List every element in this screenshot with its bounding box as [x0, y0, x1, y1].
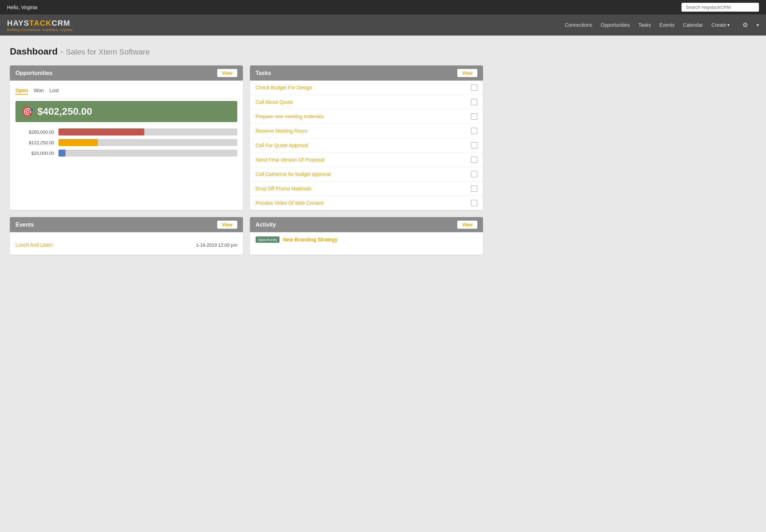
task-name[interactable]: Drop Off Promo Materials	[256, 186, 311, 191]
task-name[interactable]: Call About Quote	[256, 99, 293, 105]
opportunities-total-value: $402,250.00	[37, 106, 92, 117]
events-view-btn[interactable]: View	[217, 221, 237, 229]
nav-events[interactable]: Events	[659, 21, 674, 29]
top-bar: Hello, Virginia	[0, 0, 766, 14]
logo-subtitle: Building Connections. Anywhere, Anytime.	[7, 28, 74, 32]
opp-bar-track-2	[58, 139, 237, 146]
search-container	[682, 3, 759, 12]
task-row: Check Budget For Design	[250, 81, 483, 95]
task-name[interactable]: Call For Quote Approval	[256, 142, 308, 148]
logo-hay: HAYS	[7, 19, 29, 27]
task-name[interactable]: Call Catherine for budget approval	[256, 171, 331, 177]
event-name[interactable]: Lunch And Learn	[15, 242, 53, 248]
page-title-main: Dashboard	[10, 46, 58, 57]
opp-bar-label-2: $122,250.00	[15, 140, 54, 145]
task-row: Prepare new meeting materials	[250, 109, 483, 124]
task-name[interactable]: Send Final Version Of Proposal	[256, 157, 324, 163]
task-name[interactable]: Prepare new meeting materials	[256, 114, 324, 119]
nav-links: Connections Opportunities Tasks Events C…	[565, 21, 759, 29]
opportunities-header: Opportunities View	[10, 65, 243, 81]
search-input[interactable]	[682, 3, 759, 12]
nav-calendar[interactable]: Calendar	[683, 21, 703, 29]
opp-bar-track-1	[58, 128, 237, 135]
task-row: Call Catherine for budget approval	[250, 167, 483, 182]
task-checkbox[interactable]	[471, 171, 477, 177]
create-label: Create	[711, 22, 726, 28]
opportunities-card: Opportunities View Open Won Lost 🎯 $402,…	[10, 65, 243, 210]
nav-create[interactable]: Create ▾	[711, 22, 730, 28]
task-checkbox[interactable]	[471, 128, 477, 134]
activity-view-btn[interactable]: View	[457, 221, 477, 229]
event-date: 1-18-2019 12:00 pm	[196, 242, 237, 248]
task-checkbox[interactable]	[471, 157, 477, 163]
task-checkbox[interactable]	[471, 142, 477, 148]
nav-opportunities[interactable]: Opportunities	[601, 21, 630, 29]
events-title: Events	[15, 222, 34, 228]
logo-stack: TACK	[29, 19, 51, 27]
opp-bar-label-1: $260,000.00	[15, 129, 54, 135]
tasks-card: Tasks View Check Budget For Design Call …	[250, 65, 483, 210]
opp-bar-row-2: $122,250.00	[15, 139, 237, 146]
activity-card: Activity View opportunity New Branding S…	[250, 217, 483, 255]
task-checkbox[interactable]	[471, 185, 477, 192]
task-checkbox[interactable]	[471, 200, 477, 206]
task-name[interactable]: Check Budget For Design	[256, 85, 312, 90]
activity-header: Activity View	[250, 217, 483, 232]
task-row: Preview Video Of Web Content	[250, 196, 483, 210]
opp-bar-row-1: $260,000.00	[15, 128, 237, 135]
tab-lost[interactable]: Lost	[49, 88, 58, 95]
logo: HAYSTACKCRM Building Connections. Anywhe…	[7, 19, 74, 32]
page-title: Dashboard - Sales for Xtern Software	[10, 46, 483, 57]
greeting-text: Hello, Virginia	[7, 5, 37, 10]
tasks-list: Check Budget For Design Call About Quote…	[250, 81, 483, 210]
opp-bar-track-3	[58, 150, 237, 157]
task-checkbox[interactable]	[471, 84, 477, 91]
activity-item-title[interactable]: New Branding Strategy	[283, 237, 337, 242]
task-row: Call For Quote Approval	[250, 138, 483, 153]
nav-bar: HAYSTACKCRM Building Connections. Anywhe…	[0, 14, 766, 36]
opp-bar-row-3: $20,000.00	[15, 150, 237, 157]
opportunities-tabs: Open Won Lost	[15, 86, 237, 96]
task-row: Reserve Meeting Room	[250, 124, 483, 138]
opportunities-body: Open Won Lost 🎯 $402,250.00 $260,000.00	[10, 81, 243, 162]
opportunities-total: 🎯 $402,250.00	[15, 101, 237, 122]
tab-won[interactable]: Won	[34, 88, 44, 95]
activity-title: Activity	[256, 222, 276, 228]
opportunities-view-btn[interactable]: View	[217, 69, 237, 77]
task-row: Call About Quote	[250, 95, 483, 109]
settings-dropdown-icon[interactable]: ▾	[756, 22, 759, 28]
opportunities-title: Opportunities	[15, 70, 52, 76]
opp-bar-fill-2	[58, 139, 98, 146]
tasks-header: Tasks View	[250, 65, 483, 81]
dashboard-grid: Opportunities View Open Won Lost 🎯 $402,…	[10, 65, 483, 255]
event-row: Lunch And Learn 1-18-2019 12:00 pm	[15, 238, 237, 249]
tab-open[interactable]: Open	[15, 88, 28, 95]
logo-crm: CRM	[52, 19, 70, 27]
opp-bar-label-3: $20,000.00	[15, 151, 54, 156]
activity-row: opportunity New Branding Strategy	[250, 232, 483, 244]
opp-bar-fill-3	[58, 150, 65, 157]
tasks-title: Tasks	[256, 70, 271, 76]
task-checkbox[interactable]	[471, 99, 477, 105]
settings-icon[interactable]: ⚙	[742, 21, 748, 29]
task-row: Drop Off Promo Materials	[250, 182, 483, 196]
tasks-view-btn[interactable]: View	[457, 69, 477, 77]
opportunities-bars: $260,000.00 $122,250.00 $20,000.00	[15, 128, 237, 157]
page-content: Dashboard - Sales for Xtern Software Opp…	[0, 36, 493, 265]
nav-tasks[interactable]: Tasks	[639, 21, 651, 29]
activity-badge: opportunity	[256, 236, 280, 243]
events-body: Lunch And Learn 1-18-2019 12:00 pm	[10, 232, 243, 255]
events-card: Events View Lunch And Learn 1-18-2019 12…	[10, 217, 243, 255]
page-title-sub: Sales for Xtern Software	[66, 48, 150, 56]
create-dropdown-icon: ▾	[727, 22, 730, 28]
task-checkbox[interactable]	[471, 113, 477, 120]
task-row: Send Final Version Of Proposal	[250, 153, 483, 167]
task-name[interactable]: Preview Video Of Web Content	[256, 200, 324, 206]
events-header: Events View	[10, 217, 243, 232]
target-icon: 🎯	[22, 106, 33, 117]
opp-bar-fill-1	[58, 128, 144, 135]
task-name[interactable]: Reserve Meeting Room	[256, 128, 307, 134]
nav-connections[interactable]: Connections	[565, 21, 592, 29]
